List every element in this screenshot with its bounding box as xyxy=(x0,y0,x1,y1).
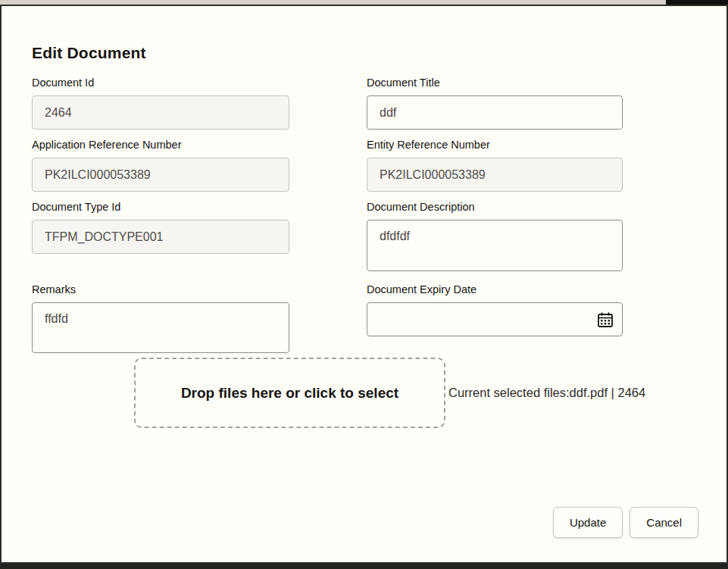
calendar-button[interactable] xyxy=(595,309,616,330)
document-id-input xyxy=(32,95,289,130)
date-input-wrap xyxy=(367,302,623,336)
document-type-id-input xyxy=(32,220,289,254)
dropzone-label: Drop files here or click to select xyxy=(181,385,398,402)
document-description-label: Document Description xyxy=(367,201,623,213)
upload-row: Drop files here or click to select Curre… xyxy=(134,358,698,428)
document-expiry-date-input[interactable] xyxy=(367,302,623,336)
remarks-label: Remarks xyxy=(32,283,289,295)
application-reference-number-input xyxy=(32,158,289,192)
remarks-textarea[interactable]: ffdfd xyxy=(32,302,289,353)
document-form: Document Id Document Title Application R… xyxy=(32,77,698,356)
field-document-expiry-date: Document Expiry Date xyxy=(367,283,623,336)
application-reference-number-label: Application Reference Number xyxy=(32,139,289,151)
field-document-id: Document Id xyxy=(32,77,289,130)
document-title-label: Document Title xyxy=(367,77,623,89)
document-id-label: Document Id xyxy=(32,77,289,89)
field-document-title: Document Title xyxy=(367,77,623,130)
document-type-id-label: Document Type Id xyxy=(32,201,289,213)
field-application-reference-number: Application Reference Number xyxy=(32,139,289,192)
selected-files-text: Current selected files:ddf.pdf | 2464 xyxy=(448,386,645,400)
document-title-input[interactable] xyxy=(367,95,623,130)
cancel-button[interactable]: Cancel xyxy=(630,507,698,538)
field-document-type-id: Document Type Id xyxy=(32,201,289,254)
dialog-title: Edit Document xyxy=(32,44,698,62)
update-button[interactable]: Update xyxy=(553,507,623,538)
document-description-textarea[interactable]: dfdfdf xyxy=(367,220,623,271)
background-footer-fragment xyxy=(0,564,728,569)
calendar-icon xyxy=(597,311,614,328)
dialog-actions: Update Cancel xyxy=(32,507,698,538)
file-dropzone[interactable]: Drop files here or click to select xyxy=(134,358,445,428)
document-expiry-date-label: Document Expiry Date xyxy=(367,283,623,295)
field-remarks: Remarks ffdfd xyxy=(32,283,289,356)
entity-reference-number-label: Entity Reference Number xyxy=(367,139,623,151)
field-entity-reference-number: Entity Reference Number xyxy=(367,139,623,192)
entity-reference-number-input xyxy=(367,158,623,192)
field-document-description: Document Description dfdfdf xyxy=(367,201,623,274)
edit-document-dialog: Edit Document Document Id Document Title… xyxy=(0,5,728,564)
